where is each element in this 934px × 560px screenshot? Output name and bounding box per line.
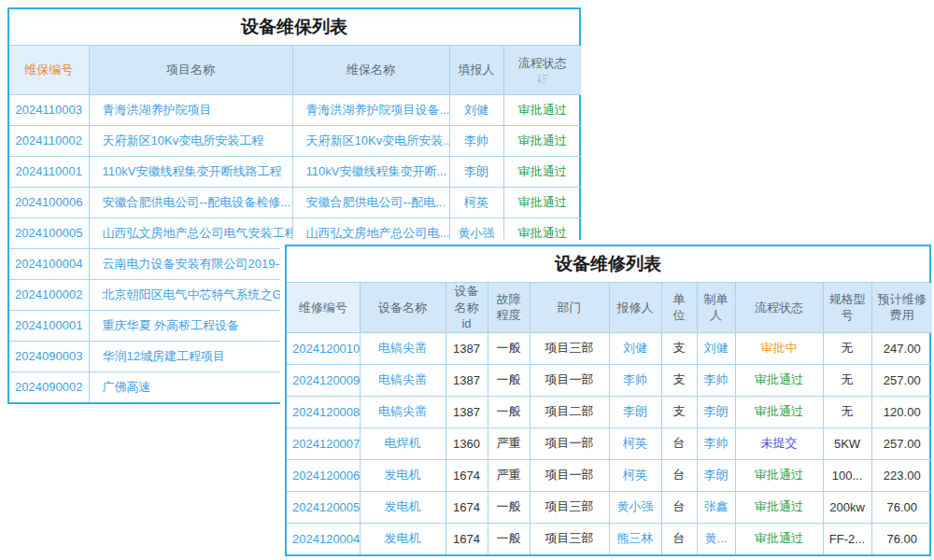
maker-cell[interactable]: 李帅 — [697, 427, 735, 459]
repair-id-link[interactable]: 2024120005 — [287, 491, 360, 523]
unit-cell: 台 — [661, 459, 697, 491]
spec-model-cell: 无 — [823, 364, 871, 396]
repair-id-link[interactable]: 2024120004 — [287, 523, 360, 554]
repair-id-link[interactable]: 2024120007 — [287, 427, 360, 459]
project-name-cell[interactable]: 华润12城房建工程项目 — [89, 341, 292, 371]
header-flow-status[interactable]: 流程状态 — [503, 46, 581, 94]
maint-id-link[interactable]: 2024110001 — [9, 156, 89, 187]
device-id-cell: 1674 — [446, 459, 488, 491]
project-name-cell[interactable]: 110kV安徽线程集变开断线路工程 — [89, 156, 292, 187]
spec-model-cell: 5KW — [823, 427, 871, 459]
status-cell: 审批通过 — [503, 187, 581, 217]
reporter-cell[interactable]: 李帅 — [609, 364, 661, 396]
device-name-cell[interactable]: 电镐尖凿 — [360, 332, 446, 364]
maint-id-link[interactable]: 2024090002 — [9, 371, 89, 402]
maker-cell[interactable]: 李朗 — [697, 459, 735, 491]
table-row: 2024100006安徽合肥供电公司--配电设备检修...安徽合肥供电公司--配… — [9, 187, 581, 217]
department-cell: 项目三部 — [530, 491, 609, 523]
spec-model-cell: 200kw — [823, 491, 871, 523]
device-name-cell[interactable]: 电焊机 — [360, 427, 446, 459]
spec-model-cell: 无 — [823, 396, 871, 427]
reporter-cell[interactable]: 刘健 — [449, 94, 503, 125]
reporter-cell[interactable]: 李朗 — [609, 396, 661, 427]
repair-id-link[interactable]: 2024120006 — [287, 459, 360, 491]
reporter-cell[interactable]: 刘健 — [609, 332, 661, 364]
repair-table: 维修编号 设备名称 设备名称id 故障程度 部门 报修人 单位 制单人 流程状态… — [287, 283, 932, 554]
header-severity: 故障程度 — [488, 283, 530, 332]
maint-id-link[interactable]: 2024100006 — [9, 187, 89, 217]
repair-id-link[interactable]: 2024120010 — [287, 332, 360, 364]
maint-name-cell[interactable]: 青海洪湖养护院项目设备... — [292, 94, 449, 125]
department-cell: 项目三部 — [530, 523, 609, 554]
department-cell: 项目一部 — [530, 459, 609, 491]
header-maint-name: 维保名称 — [292, 46, 449, 94]
device-id-cell: 1674 — [446, 491, 488, 523]
maint-name-cell[interactable]: 安徽合肥供电公司--配电... — [292, 187, 449, 217]
maint-name-cell[interactable]: 110kV安徽线程集变开断... — [292, 156, 449, 187]
project-name-cell[interactable]: 广佛高速 — [89, 371, 292, 402]
repair-list-panel: 设备维修列表 维修编号 设备名称 设备名称id 故障程度 部门 报修人 单位 制… — [285, 245, 931, 556]
maint-id-link[interactable]: 2024100004 — [9, 248, 89, 279]
department-cell: 项目三部 — [530, 332, 609, 364]
status-cell: 审批通过 — [735, 364, 823, 396]
header-maker: 制单人 — [697, 283, 735, 332]
header-unit: 单位 — [661, 283, 697, 332]
table-row: 2024120004发电机1674一般项目三部熊三林台黄...审批通过FF-2.… — [287, 523, 932, 554]
repair-id-link[interactable]: 2024120009 — [287, 364, 360, 396]
maker-cell[interactable]: 刘健 — [697, 332, 735, 364]
reporter-cell[interactable]: 柯英 — [449, 187, 503, 217]
device-name-cell[interactable]: 电镐尖凿 — [360, 396, 446, 427]
device-name-cell[interactable]: 发电机 — [360, 523, 446, 554]
header-project-name: 项目名称 — [89, 46, 292, 94]
maintenance-list-title: 设备维保列表 — [9, 9, 579, 46]
reporter-cell[interactable]: 李帅 — [449, 125, 503, 156]
spec-model-cell: 无 — [823, 332, 871, 364]
reporter-cell[interactable]: 熊三林 — [609, 523, 661, 554]
header-maint-id[interactable]: 维保编号 — [9, 46, 89, 94]
header-flow-status-label: 流程状态 — [518, 55, 567, 72]
severity-cell: 一般 — [488, 523, 530, 554]
reporter-cell[interactable]: 柯英 — [609, 427, 661, 459]
severity-cell: 一般 — [488, 491, 530, 523]
table-row: 2024110003青海洪湖养护院项目青海洪湖养护院项目设备...刘健审批通过 — [9, 94, 581, 125]
project-name-cell[interactable]: 青海洪湖养护院项目 — [89, 94, 292, 125]
department-cell: 项目一部 — [530, 364, 609, 396]
repair-id-link[interactable]: 2024120008 — [287, 396, 360, 427]
reporter-cell[interactable]: 柯英 — [609, 459, 661, 491]
project-name-cell[interactable]: 云南电力设备安装有限公司2019--2... — [89, 248, 292, 279]
repair-header-row: 维修编号 设备名称 设备名称id 故障程度 部门 报修人 单位 制单人 流程状态… — [287, 283, 932, 332]
device-id-cell: 1387 — [446, 396, 488, 427]
estimated-cost-cell: 223.00 — [871, 459, 932, 491]
maker-cell[interactable]: 张鑫 — [697, 491, 735, 523]
project-name-cell[interactable]: 天府新区10Kv变电所安装工程 — [89, 125, 292, 156]
device-id-cell: 1387 — [446, 364, 488, 396]
severity-cell: 严重 — [488, 459, 530, 491]
maint-id-link[interactable]: 2024110003 — [9, 94, 89, 125]
sort-descending-icon[interactable] — [536, 74, 549, 84]
maker-cell[interactable]: 黄... — [697, 523, 735, 554]
device-name-cell[interactable]: 发电机 — [360, 459, 446, 491]
status-cell: 未提交 — [735, 427, 823, 459]
maint-id-link[interactable]: 2024100005 — [9, 217, 89, 248]
maint-id-link[interactable]: 2024110002 — [9, 125, 89, 156]
reporter-cell[interactable]: 李朗 — [449, 156, 503, 187]
header-repair-flow-status: 流程状态 — [735, 283, 823, 332]
severity-cell: 一般 — [488, 332, 530, 364]
project-name-cell[interactable]: 重庆华夏 外高桥工程设备 — [89, 310, 292, 341]
status-cell: 审批通过 — [503, 94, 581, 125]
maker-cell[interactable]: 李帅 — [697, 364, 735, 396]
device-name-cell[interactable]: 电镐尖凿 — [360, 364, 446, 396]
project-name-cell[interactable]: 安徽合肥供电公司--配电设备检修... — [89, 187, 292, 217]
maint-id-link[interactable]: 2024100002 — [9, 279, 89, 310]
maint-id-link[interactable]: 2024100001 — [9, 310, 89, 341]
estimated-cost-cell: 247.00 — [871, 332, 932, 364]
project-name-cell[interactable]: 北京朝阳区电气中芯特气系统之GM... — [89, 279, 292, 310]
maint-id-link[interactable]: 2024090003 — [9, 341, 89, 371]
maint-name-cell[interactable]: 天府新区10Kv变电所安装... — [292, 125, 449, 156]
project-name-cell[interactable]: 山西弘文房地产总公司电气安装工程 — [89, 217, 292, 248]
maker-cell[interactable]: 李朗 — [697, 396, 735, 427]
table-row: 2024120006发电机1674严重项目一部柯英台李朗审批通过100...22… — [287, 459, 932, 491]
device-name-cell[interactable]: 发电机 — [360, 491, 446, 523]
status-cell: 审批通过 — [735, 523, 823, 554]
reporter-cell[interactable]: 黄小强 — [609, 491, 661, 523]
